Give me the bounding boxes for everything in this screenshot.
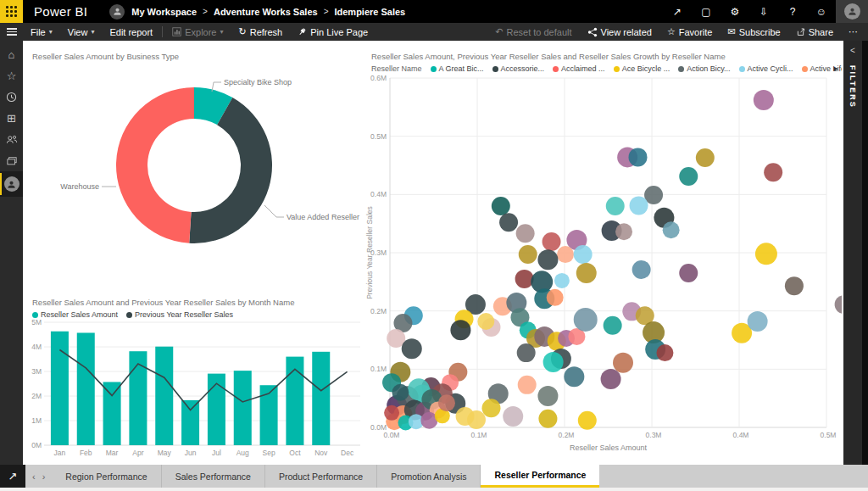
- scatter-bubble[interactable]: [402, 338, 422, 359]
- legend-item[interactable]: Reseller Sales Amount: [32, 310, 118, 319]
- settings-gear-icon[interactable]: ⚙: [721, 0, 749, 23]
- scatter-bubble[interactable]: [578, 411, 597, 430]
- legend-item[interactable]: Acclaimed ...: [553, 64, 605, 73]
- scatter-bubble[interactable]: [392, 384, 409, 401]
- bar-aug[interactable]: [234, 371, 252, 445]
- scatter-bubble[interactable]: [576, 263, 597, 283]
- scatter-bubble[interactable]: [456, 407, 475, 426]
- scatter-bubble[interactable]: [613, 353, 633, 373]
- share-button[interactable]: Share: [788, 23, 841, 41]
- legend-item[interactable]: Action Bicy...: [678, 64, 730, 73]
- tabs-forward-icon[interactable]: ›: [42, 471, 46, 482]
- workspace-avatar[interactable]: [109, 4, 125, 20]
- bar-may[interactable]: [155, 347, 173, 445]
- scatter-bubble[interactable]: [516, 224, 535, 243]
- bar-jun[interactable]: [181, 400, 199, 445]
- scatter-bubble[interactable]: [477, 313, 494, 330]
- scatter-bubble[interactable]: [754, 90, 774, 110]
- pin-live-page-button[interactable]: Pin Live Page: [290, 23, 376, 41]
- fullscreen-icon[interactable]: ↗: [663, 0, 692, 23]
- tab-reseller-performance[interactable]: Reseller Performance: [481, 465, 599, 488]
- legend-item[interactable]: Previous Year Reseller Sales: [126, 310, 233, 319]
- file-menu[interactable]: File ▾: [23, 23, 60, 41]
- breadcrumb-item[interactable]: Idempiere Sales: [334, 7, 405, 17]
- donut-chart-visual[interactable]: Reseller Sales Amount by Business Type S…: [25, 47, 364, 293]
- nav-home[interactable]: ⌂: [0, 44, 23, 65]
- scatter-bubble[interactable]: [564, 366, 584, 387]
- bar-mar[interactable]: [103, 382, 121, 445]
- scatter-bubble[interactable]: [518, 376, 537, 394]
- help-icon[interactable]: ?: [778, 0, 807, 23]
- scatter-bubble[interactable]: [574, 245, 593, 264]
- scatter-bubble[interactable]: [785, 276, 804, 295]
- nav-shared-with-me[interactable]: [0, 129, 23, 150]
- nav-my-workspace[interactable]: [0, 171, 23, 197]
- donut-slice-value-added-reseller[interactable]: [189, 98, 272, 243]
- scatter-bubble[interactable]: [630, 196, 648, 215]
- account-avatar[interactable]: [836, 0, 868, 23]
- scatter-bubble[interactable]: [547, 289, 564, 306]
- scatter-bubble[interactable]: [538, 410, 557, 428]
- explore-menu[interactable]: Explore ▾: [164, 23, 231, 41]
- scatter-bubble[interactable]: [450, 320, 470, 340]
- nav-apps[interactable]: ⊞: [0, 108, 23, 129]
- feedback-icon[interactable]: ☺: [807, 0, 836, 23]
- legend-item[interactable]: Active Cycli...: [739, 64, 793, 73]
- scatter-bubble[interactable]: [601, 369, 621, 389]
- scatter-bubble[interactable]: [537, 386, 558, 406]
- scatter-bubble[interactable]: [574, 308, 598, 332]
- donut-slice-warehouse[interactable]: [116, 87, 194, 243]
- scatter-bubble[interactable]: [679, 167, 698, 186]
- app-launcher-icon[interactable]: [0, 0, 23, 23]
- scatter-bubble[interactable]: [696, 148, 715, 167]
- scatter-bubble[interactable]: [492, 197, 510, 215]
- reset-to-default-button[interactable]: ↶ Reset to default: [487, 23, 579, 41]
- scatter-bubble[interactable]: [557, 246, 574, 263]
- favorite-button[interactable]: ☆ Favorite: [659, 23, 721, 41]
- legend-item[interactable]: Accessorie...: [492, 64, 545, 73]
- scatter-bubble[interactable]: [632, 260, 651, 279]
- scatter-bubble[interactable]: [384, 405, 399, 421]
- nav-recent[interactable]: [0, 86, 23, 108]
- more-options-icon[interactable]: ⋯: [841, 23, 868, 41]
- nav-favorites[interactable]: ☆: [0, 65, 23, 86]
- nav-workspaces[interactable]: [0, 150, 23, 171]
- scatter-bubble[interactable]: [604, 316, 622, 335]
- legend-item[interactable]: Ace Bicycle ...: [614, 64, 670, 73]
- collapse-chevron-icon[interactable]: <: [850, 46, 855, 55]
- view-menu[interactable]: View ▾: [60, 23, 103, 41]
- scatter-bubble[interactable]: [764, 163, 782, 181]
- breadcrumb-item[interactable]: My Workspace: [131, 7, 197, 17]
- subscribe-button[interactable]: ✉ Subscribe: [721, 23, 788, 41]
- notifications-icon[interactable]: ▢: [692, 0, 721, 23]
- scatter-bubble[interactable]: [629, 148, 648, 166]
- scatter-bubble[interactable]: [515, 270, 534, 288]
- scatter-chart-visual[interactable]: Reseller Sales Amount, Previous Year Res…: [364, 47, 842, 465]
- legend-item[interactable]: A Great Bic...: [431, 64, 484, 73]
- line-series-previous-year[interactable]: [59, 349, 347, 410]
- tab-product-performance[interactable]: Product Performance: [265, 465, 377, 488]
- tab-sales-performance[interactable]: Sales Performance: [162, 465, 265, 488]
- expand-report-icon[interactable]: ↗: [0, 465, 25, 488]
- refresh-button[interactable]: ↻ Refresh: [231, 23, 290, 41]
- scatter-bubble[interactable]: [499, 213, 518, 232]
- view-related-button[interactable]: View related: [580, 23, 659, 41]
- scatter-bubble[interactable]: [481, 399, 500, 417]
- scatter-bubble[interactable]: [656, 344, 673, 361]
- legend-scroll-right-icon[interactable]: ▶: [834, 65, 838, 72]
- tab-region-performance[interactable]: Region Performance: [52, 465, 161, 488]
- tab-promotion-analysis[interactable]: Promotion Analysis: [377, 465, 481, 488]
- scatter-bubble[interactable]: [748, 311, 768, 332]
- scatter-bubble[interactable]: [503, 406, 523, 427]
- breadcrumb-item[interactable]: Adventure Works Sales: [214, 7, 318, 17]
- scatter-bubble[interactable]: [517, 343, 536, 362]
- combo-chart-visual[interactable]: Reseller Sales Amount and Previous Year …: [25, 293, 364, 465]
- scatter-bubble[interactable]: [663, 221, 680, 238]
- bar-apr[interactable]: [129, 351, 147, 445]
- scatter-bubble[interactable]: [519, 245, 537, 264]
- scatter-bubble[interactable]: [554, 273, 570, 288]
- scatter-bubble[interactable]: [755, 243, 777, 265]
- scatter-bubble[interactable]: [543, 352, 564, 372]
- nav-hamburger-icon[interactable]: [0, 23, 23, 41]
- powerbi-logo[interactable]: Power BI: [34, 4, 87, 19]
